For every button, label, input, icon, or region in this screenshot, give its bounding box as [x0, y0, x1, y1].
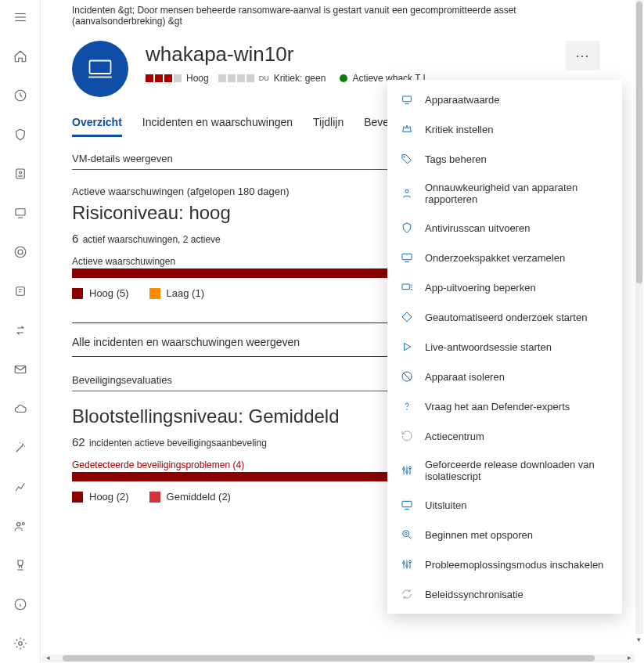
svg-point-22	[407, 409, 408, 410]
svg-rect-20	[402, 284, 409, 290]
menu-item-10[interactable]: Vraag het aan Defender-experts	[387, 391, 622, 421]
breadcrumb[interactable]: Incidenten &gt; Door mensen beheerde ran…	[41, 0, 635, 31]
svg-point-14	[18, 642, 22, 646]
history-icon	[400, 429, 414, 443]
svg-point-7	[15, 247, 26, 258]
vertical-scrollbar-thumb[interactable]	[636, 2, 642, 283]
left-nav-rail	[0, 0, 41, 663]
svg-point-28	[405, 532, 407, 535]
menu-item-label: Actiecentrum	[425, 431, 484, 442]
svg-point-17	[404, 157, 405, 157]
menu-item-label: Kritiek instellen	[425, 124, 493, 135]
criticality-squares	[218, 74, 254, 82]
menu-item-label: Uitsluiten	[425, 499, 466, 511]
svg-point-31	[409, 560, 412, 563]
badge-icon[interactable]	[8, 279, 33, 304]
diamond-icon	[400, 310, 414, 324]
svg-point-24	[406, 471, 408, 474]
horizontal-scrollbar-thumb[interactable]	[63, 655, 595, 661]
value-icon	[400, 92, 414, 106]
menu-item-9[interactable]: Apparaat isoleren	[387, 362, 622, 391]
menu-item-label: Beginnen met opsporen	[425, 529, 533, 541]
severity-label: Hoog	[186, 73, 209, 84]
legend-swatch	[72, 288, 83, 299]
legend-swatch	[149, 492, 160, 503]
svg-point-27	[403, 531, 409, 537]
tab-incidents[interactable]: Incidenten en waarschuwingen	[142, 116, 293, 137]
scan-icon[interactable]	[8, 161, 33, 186]
svg-point-29	[403, 562, 405, 564]
svg-rect-9	[16, 287, 24, 296]
menu-item-3[interactable]: Onnauwkeurigheid van apparaten rapporter…	[387, 174, 622, 213]
menu-item-0[interactable]: Apparaatwaarde	[387, 85, 622, 114]
menu-item-label: Geforceerde release downloaden van isola…	[425, 459, 610, 482]
scroll-down-arrow-icon[interactable]: ▾	[635, 636, 642, 643]
screen-icon[interactable]	[8, 200, 33, 225]
home-icon[interactable]	[8, 44, 33, 69]
legend-swatch	[149, 288, 160, 299]
sliders-icon	[400, 557, 414, 571]
svg-point-5	[19, 171, 21, 174]
shield-icon[interactable]	[8, 122, 33, 147]
menu-item-11[interactable]: Actiecentrum	[387, 421, 622, 451]
menu-item-label: Beleidssynchronisatie	[425, 589, 523, 600]
hamburger-icon[interactable]	[8, 5, 33, 30]
isolate-icon	[400, 369, 414, 384]
sliders-icon	[400, 463, 414, 477]
menu-item-2[interactable]: Tags beheren	[387, 144, 622, 174]
menu-item-label: Antivirusscan uitvoeren	[425, 222, 530, 234]
chart-icon[interactable]	[8, 474, 33, 499]
menu-item-label: Onnauwkeurigheid van apparaten rapporter…	[425, 182, 610, 205]
tab-timeline[interactable]: Tijdlijn	[313, 116, 344, 137]
menu-item-label: Apparaatwaarde	[425, 94, 499, 106]
lock-icon[interactable]	[8, 240, 33, 265]
tag-icon	[400, 152, 414, 166]
monitor-icon	[400, 250, 414, 265]
cloud-icon[interactable]	[8, 396, 33, 421]
menu-item-label: Live-antwoordsessie starten	[425, 341, 552, 353]
device-title: whakapa-win10r	[146, 42, 549, 67]
tab-overview[interactable]: Overzicht	[72, 116, 122, 137]
trophy-icon[interactable]	[8, 553, 33, 578]
legend-swatch	[72, 492, 83, 503]
active-dot-icon	[340, 74, 347, 82]
menu-item-1[interactable]: Kritiek instellen	[387, 114, 622, 144]
shield-icon	[400, 221, 414, 235]
menu-item-label: Geautomatiseerd onderzoek starten	[425, 312, 587, 323]
settings-icon[interactable]	[8, 631, 33, 656]
menu-item-4[interactable]: Antivirusscan uitvoeren	[387, 213, 622, 243]
svg-point-12	[22, 523, 24, 525]
menu-item-label: Probleemoplossingsmodus inschakelen	[425, 559, 603, 571]
question-icon	[400, 399, 414, 413]
svg-point-11	[16, 523, 20, 527]
menu-item-8[interactable]: Live-antwoordsessie starten	[387, 332, 622, 362]
menu-item-12[interactable]: Geforceerde release downloaden van isola…	[387, 451, 622, 490]
more-actions-button[interactable]: ⋯	[566, 41, 600, 70]
wand-icon[interactable]	[8, 435, 33, 460]
menu-item-13[interactable]: Uitsluiten	[387, 490, 622, 520]
play-icon	[400, 340, 414, 354]
menu-item-16[interactable]: Beleidssynchronisatie	[387, 579, 622, 609]
menu-item-15[interactable]: Probleemoplossingsmodus inschakelen	[387, 549, 622, 579]
menu-item-label: Tags beheren	[425, 153, 487, 165]
info-icon[interactable]	[8, 592, 33, 617]
menu-item-14[interactable]: Beginnen met opsporen	[387, 520, 622, 549]
svg-rect-15	[90, 61, 111, 74]
svg-point-23	[403, 468, 405, 470]
clock-icon[interactable]	[8, 83, 33, 108]
mail-icon[interactable]	[8, 357, 33, 382]
scroll-right-arrow-icon[interactable]: ▸	[625, 654, 633, 661]
restrict-icon	[400, 280, 414, 294]
people-icon[interactable]	[8, 513, 33, 539]
menu-item-7[interactable]: Geautomatiseerd onderzoek starten	[387, 302, 622, 332]
swap-icon[interactable]	[8, 318, 33, 343]
scroll-left-arrow-icon[interactable]: ◂	[44, 654, 52, 661]
hunt-icon	[400, 528, 414, 542]
svg-rect-19	[402, 254, 412, 259]
main-panel: Incidenten &gt; Door mensen beheerde ran…	[41, 0, 644, 663]
menu-item-5[interactable]: Onderzoekspakket verzamelen	[387, 243, 622, 272]
sync-icon	[400, 587, 414, 601]
menu-item-label: Onderzoekspakket verzamelen	[425, 252, 565, 264]
menu-item-label: App-uitvoering beperken	[425, 282, 536, 294]
menu-item-6[interactable]: App-uitvoering beperken	[387, 272, 622, 302]
